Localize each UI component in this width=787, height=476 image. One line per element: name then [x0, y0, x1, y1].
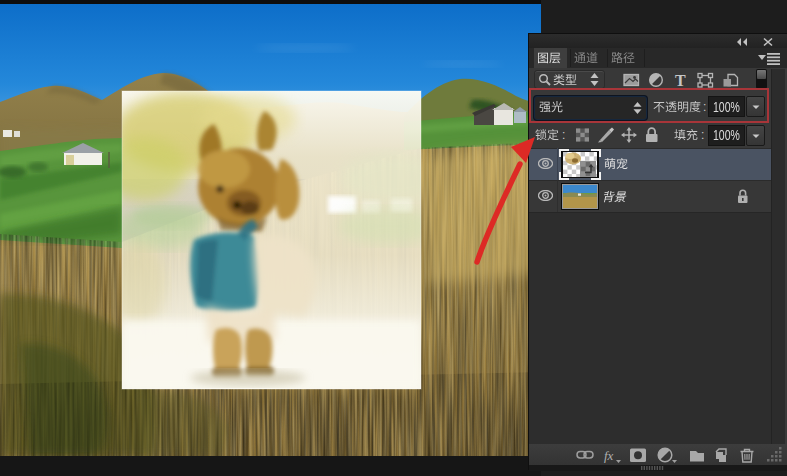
- svg-text:T: T: [675, 72, 686, 89]
- svg-text:fx: fx: [604, 448, 614, 463]
